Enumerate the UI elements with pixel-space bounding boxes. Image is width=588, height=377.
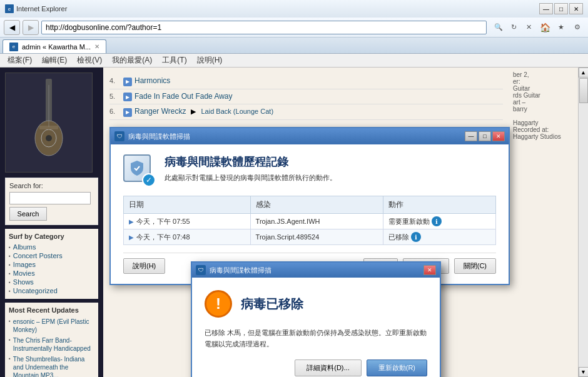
address-input[interactable]: [41, 21, 487, 34]
title-bar: e Internet Explorer — □ ✕: [0, 0, 588, 18]
stop-icon[interactable]: ✕: [522, 21, 535, 34]
row1-action: 需要重新啟動 ℹ: [383, 214, 495, 229]
dialog-help-button[interactable]: 說明(H): [123, 258, 165, 274]
nav-icons: 🔍 ↻ ✕: [492, 21, 535, 34]
menu-file[interactable]: 檔案(F): [3, 54, 37, 67]
menu-edit[interactable]: 編輯(E): [37, 54, 72, 67]
tab-label: admin « Kawartha M...: [22, 43, 91, 51]
dialog-title-text: 病毒與間諜軟體掃描: [128, 132, 461, 141]
nested-heading: 病毒已移除: [241, 296, 303, 313]
virus-table: 日期 感染 動作 ▶今天，下午 07:55 Trojan.JS.Agent.IW…: [123, 196, 496, 245]
navigation-bar: ◀ ▶ 🔍 ↻ ✕ 🏠 ★ ⚙: [0, 18, 588, 38]
nested-footer: 詳細資料(D)... 重新啟動(R): [205, 359, 427, 376]
dialog-text-area: 病毒與間諜軟體歷程記錄 此處顯示對電腦上發現的病毒與間諜軟體所執行的動作。: [165, 154, 337, 183]
menu-bar: 檔案(F) 編輯(E) 檢視(V) 我的最愛(A) 工具(T) 說明(H): [0, 54, 588, 68]
minimize-button[interactable]: —: [539, 3, 553, 14]
dialog-large-icon: ✓: [123, 154, 155, 186]
info-icon-1[interactable]: ℹ: [432, 216, 442, 226]
table-row: ▶今天，下午 07:55 Trojan.JS.Agent.IWH 需要重新啟動 …: [124, 214, 496, 229]
forward-button[interactable]: ▶: [23, 20, 39, 35]
nested-dialog-body: ! 病毒已移除 已移除 木馬，但是電腦在重新啟動前仍保持為受感染狀態。立即重新啟…: [192, 278, 440, 377]
shield-svg: [128, 159, 146, 177]
dialog-header: ✓ 病毒與間諜軟體歷程記錄 此處顯示對電腦上發現的病毒與間諜軟體所執行的動作。: [123, 154, 496, 186]
refresh-icon[interactable]: ↻: [507, 21, 520, 34]
row1-date: ▶今天，下午 07:55: [124, 214, 251, 229]
nested-title-buttons: ✕: [423, 265, 436, 275]
table-row: ▶今天，下午 07:48 Trojan.Script.489524 已移除 ℹ: [124, 229, 496, 245]
nested-dialog-icon: 🛡: [196, 265, 206, 275]
menu-help[interactable]: 說明(H): [192, 54, 228, 67]
window-title: Internet Explorer: [16, 5, 67, 13]
favorites-icon[interactable]: ★: [554, 21, 568, 34]
menu-favorites[interactable]: 我的最愛(A): [107, 54, 157, 67]
dialog-close-action-button[interactable]: 關閉(C): [454, 258, 496, 274]
dialog-title-icon: 🛡: [114, 131, 124, 141]
maximize-button[interactable]: □: [554, 3, 568, 14]
nested-close-btn[interactable]: ✕: [423, 265, 436, 275]
badge-icon: ✓: [142, 173, 156, 187]
restart-button[interactable]: 重新啟動(R): [367, 359, 427, 376]
tab-favicon: e: [9, 43, 18, 51]
search-nav-icon[interactable]: 🔍: [492, 21, 505, 34]
browser-window: e Internet Explorer — □ ✕ ◀ ▶ 🔍 ↻ ✕ 🏠 ★ …: [0, 0, 588, 377]
menu-view[interactable]: 檢視(V): [72, 54, 107, 67]
home-icon[interactable]: 🏠: [538, 21, 552, 34]
tools-icon[interactable]: ⚙: [570, 21, 584, 34]
col-date: 日期: [124, 196, 251, 214]
row2-action: 已移除 ℹ: [383, 229, 495, 245]
browser-icon: e: [5, 4, 14, 13]
menu-tools[interactable]: 工具(T): [157, 54, 191, 67]
window-controls: — □ ✕: [539, 3, 583, 14]
dialog-title-buttons: — □ ✕: [465, 131, 505, 141]
tab-bar: e admin « Kawartha M... ✕: [0, 38, 588, 54]
row1-infection: Trojan.JS.Agent.IWH: [250, 214, 383, 229]
nested-header: ! 病毒已移除: [205, 290, 427, 318]
dialog-subtext: 此處顯示對電腦上發現的病毒與間諜軟體所執行的動作。: [165, 173, 337, 183]
close-button[interactable]: ✕: [569, 3, 583, 14]
details-button[interactable]: 詳細資料(D)...: [295, 359, 361, 376]
warning-icon: !: [205, 290, 232, 318]
dialog-heading: 病毒與間諜軟體歷程記錄: [165, 154, 337, 169]
active-tab[interactable]: e admin « Kawartha M... ✕: [3, 39, 106, 53]
nested-dialog-title-text: 病毒與間諜軟體掃描: [210, 266, 420, 275]
tab-close-button[interactable]: ✕: [94, 43, 99, 50]
nested-body-text: 已移除 木馬，但是電腦在重新啟動前仍保持為受感染狀態。立即重新啟動電腦以完成清理…: [205, 328, 427, 349]
back-button[interactable]: ◀: [4, 20, 20, 35]
row2-date: ▶今天，下午 07:48: [124, 229, 251, 245]
dialog-close-btn[interactable]: ✕: [492, 131, 505, 141]
col-action: 動作: [383, 196, 495, 214]
virus-removed-dialog: 🛡 病毒與間諜軟體掃描 ✕ ! 病毒已移除 已移除 木馬，但是電腦在重新啟動前仍…: [191, 261, 441, 377]
row2-infection: Trojan.Script.489524: [250, 229, 383, 245]
dialog-minimize-btn[interactable]: —: [465, 131, 477, 141]
info-icon-2[interactable]: ℹ: [411, 232, 421, 242]
dialog-title-bar: 🛡 病毒與間諜軟體掃描 — □ ✕: [111, 128, 509, 144]
dialog-overlay: 🛡 病毒與間諜軟體掃描 — □ ✕: [0, 68, 588, 377]
dialog-maximize-btn[interactable]: □: [479, 131, 491, 141]
browser-content: Search for: Search Surf by Category Albu…: [0, 68, 588, 377]
col-infection: 感染: [250, 196, 383, 214]
nested-dialog-title-bar: 🛡 病毒與間諜軟體掃描 ✕: [192, 263, 440, 278]
